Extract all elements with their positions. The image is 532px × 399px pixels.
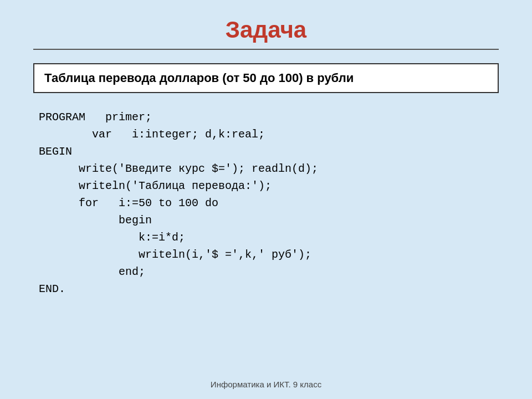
code-line-4: write('Введите курс $='); readln(d); xyxy=(39,160,499,177)
code-line-10: end; xyxy=(39,263,499,280)
code-line-5: writeln('Таблица перевода:'); xyxy=(39,177,499,195)
code-line-6: for i:=50 to 100 do xyxy=(39,195,499,212)
code-line-7: begin xyxy=(39,212,499,229)
page-title: Задача xyxy=(226,17,306,43)
footer-text: Информатика и ИКТ. 9 класс xyxy=(0,380,532,389)
code-line-9: writeln(i,'$ =',k,' руб'); xyxy=(39,246,499,263)
code-line-12: END. xyxy=(39,280,499,298)
code-line-2: var i:integer; d,k:real; xyxy=(39,126,499,143)
task-box: Таблица перевода долларов (от 50 до 100)… xyxy=(33,63,499,93)
code-line-8: k:=i*d; xyxy=(39,229,499,246)
task-box-text: Таблица перевода долларов (от 50 до 100)… xyxy=(44,71,354,85)
code-area: PROGRAM primer; var i:integer; d,k:real;… xyxy=(33,109,499,298)
code-line-1: PROGRAM primer; xyxy=(39,109,499,126)
title-divider xyxy=(33,49,499,50)
slide-container: Задача Таблица перевода долларов (от 50 … xyxy=(0,0,532,399)
code-line-3: BEGIN xyxy=(39,143,499,160)
